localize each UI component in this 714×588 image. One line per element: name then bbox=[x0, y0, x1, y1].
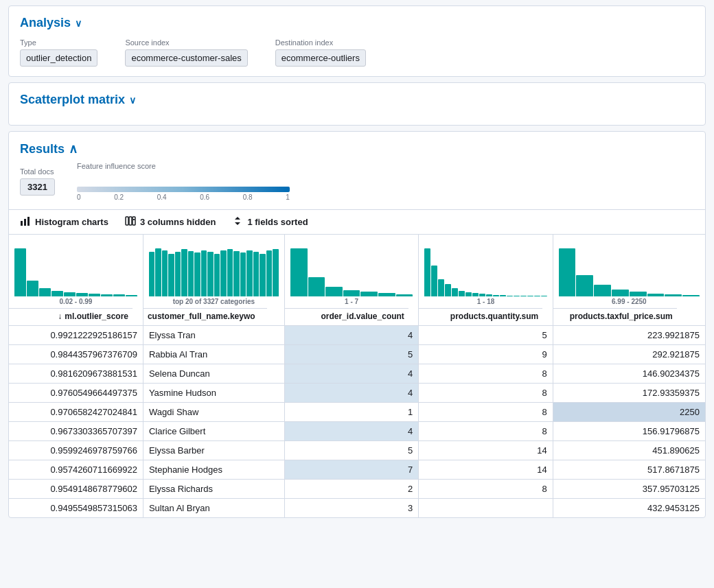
table-row: 0.9549148678779602Elyssa Richards28357.9… bbox=[9, 480, 705, 499]
destination-group: Destination index ecommerce-outliers bbox=[275, 38, 366, 67]
scatterplot-section: Scatterplot matrix ∨ bbox=[8, 82, 706, 126]
table-cell-0: 0.9816209673881531 bbox=[9, 364, 143, 384]
table-cell-1: Sultan Al Bryan bbox=[143, 499, 284, 518]
table-cell-4: 156.91796875 bbox=[553, 422, 705, 441]
table-cell-4: 146.90234375 bbox=[553, 364, 705, 384]
table-cell-3: 14 bbox=[419, 460, 553, 480]
feature-score-ticks: 0 0.2 0.4 0.6 0.8 1 bbox=[77, 193, 290, 201]
table-cell-2: 5 bbox=[284, 441, 418, 460]
table-cell-1: Stephanie Hodges bbox=[143, 460, 284, 480]
analysis-chevron[interactable]: ∨ bbox=[75, 18, 82, 29]
columns-hidden-button[interactable]: 3 columns hidden bbox=[125, 215, 216, 228]
table-cell-0: 0.9760549664497375 bbox=[9, 384, 143, 403]
table-cell-1: Elyssa Tran bbox=[143, 326, 284, 345]
col-header-quantity[interactable]: 1 - 18 products.quantity.sum bbox=[419, 235, 553, 326]
col-name-quantity: products.quantity.sum bbox=[419, 308, 542, 325]
table-cell-3: 8 bbox=[419, 364, 553, 384]
table-cell-2: 4 bbox=[284, 422, 418, 441]
table-cell-3: 8 bbox=[419, 384, 553, 403]
sort-icon bbox=[232, 215, 243, 228]
table-cell-0: 0.9673303365707397 bbox=[9, 422, 143, 441]
results-header[interactable]: Results ∧ bbox=[9, 132, 705, 162]
type-label: Type bbox=[20, 38, 97, 47]
table-cell-1: Elyssa Barber bbox=[143, 441, 284, 460]
col-range-price: 6.99 - 2250 bbox=[553, 296, 705, 308]
feature-score-bar: 0 0.2 0.4 0.6 0.8 1 bbox=[77, 173, 290, 201]
col-range-order: 1 - 7 bbox=[285, 296, 418, 308]
col-range-outlier: 0.02 - 0.99 bbox=[9, 296, 143, 308]
table-cell-1: Clarice Gilbert bbox=[143, 422, 284, 441]
col-name-price: products.taxful_price.sum bbox=[553, 308, 677, 325]
table-cell-4: 357.95703125 bbox=[553, 480, 705, 499]
results-title: Results bbox=[20, 142, 65, 156]
source-group: Source index ecommerce-customer-sales bbox=[125, 38, 247, 67]
table-cell-0: 0.9599246978759766 bbox=[9, 441, 143, 460]
table-cell-3: 5 bbox=[419, 326, 553, 345]
fields-sorted-label: 1 fields sorted bbox=[247, 217, 308, 227]
data-table: 0.02 - 0.99 ↓ml.outlier_score top 20 of … bbox=[9, 235, 705, 517]
table-body: 0.9921222925186157Elyssa Tran45223.99218… bbox=[9, 326, 705, 518]
col-range-quantity: 1 - 18 bbox=[419, 296, 552, 308]
total-docs-label: Total docs bbox=[20, 167, 55, 176]
feature-score-gradient bbox=[77, 187, 290, 192]
total-docs-group: Total docs 3321 bbox=[20, 167, 55, 196]
table-cell-1: Selena Duncan bbox=[143, 364, 284, 384]
svg-rect-0 bbox=[21, 221, 23, 226]
feature-score-label: Feature influence score bbox=[77, 162, 290, 170]
table-cell-3: 8 bbox=[419, 403, 553, 422]
table-row: 0.9599246978759766Elyssa Barber514451.89… bbox=[9, 441, 705, 460]
table-cell-1: Wagdi Shaw bbox=[143, 403, 284, 422]
svg-rect-2 bbox=[27, 217, 30, 226]
col-name-outlier: ↓ml.outlier_score bbox=[9, 308, 133, 325]
destination-label: Destination index bbox=[275, 38, 366, 47]
svg-rect-3 bbox=[126, 217, 128, 225]
table-row: 0.9673303365707397Clarice Gilbert48156.9… bbox=[9, 422, 705, 441]
analysis-section: Analysis ∨ Type outlier_detection Source… bbox=[8, 5, 706, 77]
table-cell-0: 0.9549148678779602 bbox=[9, 480, 143, 499]
col-header-customer-name[interactable]: top 20 of 3327 categories customer_full_… bbox=[143, 235, 284, 326]
table-cell-2: 4 bbox=[284, 326, 418, 345]
table-cell-2: 7 bbox=[284, 460, 418, 480]
table-cell-3: 9 bbox=[419, 345, 553, 364]
columns-hidden-label: 3 columns hidden bbox=[140, 217, 216, 227]
table-cell-0: 0.9844357967376709 bbox=[9, 345, 143, 364]
table-toolbar: Histogram charts 3 columns hidden 1 fiel… bbox=[9, 209, 705, 235]
col-header-order-count[interactable]: 1 - 7 order_id.value_count bbox=[284, 235, 418, 326]
source-label: Source index bbox=[125, 38, 247, 47]
table-cell-2: 2 bbox=[284, 480, 418, 499]
type-group: Type outlier_detection bbox=[20, 38, 97, 67]
fields-sorted-button[interactable]: 1 fields sorted bbox=[232, 215, 308, 228]
histogram-charts-button[interactable]: Histogram charts bbox=[20, 215, 108, 228]
scatterplot-chevron[interactable]: ∨ bbox=[129, 95, 136, 106]
table-cell-4: 432.9453125 bbox=[553, 499, 705, 518]
table-header-row: 0.02 - 0.99 ↓ml.outlier_score top 20 of … bbox=[9, 235, 705, 326]
destination-value: ecommerce-outliers bbox=[275, 49, 366, 67]
results-section: Results ∧ Total docs 3321 Feature influe… bbox=[8, 131, 706, 518]
histogram-icon bbox=[20, 215, 31, 228]
total-docs-value: 3321 bbox=[20, 178, 55, 196]
table-row: 0.9844357967376709Rabbia Al Tran59292.92… bbox=[9, 345, 705, 364]
col-header-outlier-score[interactable]: 0.02 - 0.99 ↓ml.outlier_score bbox=[9, 235, 143, 326]
data-table-wrapper: 0.02 - 0.99 ↓ml.outlier_score top 20 of … bbox=[9, 235, 705, 517]
table-row: 0.9760549664497375Yasmine Hudson48172.93… bbox=[9, 384, 705, 403]
table-cell-1: Yasmine Hudson bbox=[143, 384, 284, 403]
table-row: 0.9574260711669922Stephanie Hodges714517… bbox=[9, 460, 705, 480]
col-header-price[interactable]: 6.99 - 2250 products.taxful_price.sum bbox=[553, 235, 705, 326]
table-cell-2: 4 bbox=[284, 364, 418, 384]
table-cell-3: 8 bbox=[419, 480, 553, 499]
analysis-header[interactable]: Analysis ∨ bbox=[20, 16, 694, 30]
results-chevron[interactable]: ∧ bbox=[69, 141, 78, 156]
table-cell-3 bbox=[419, 499, 553, 518]
table-cell-4: 451.890625 bbox=[553, 441, 705, 460]
feature-score-group: Feature influence score 0 0.2 0.4 0.6 0.… bbox=[77, 162, 290, 201]
col-name-order: order_id.value_count bbox=[285, 308, 408, 325]
table-cell-0: 0.9495549857315063 bbox=[9, 499, 143, 518]
table-cell-4: 292.921875 bbox=[553, 345, 705, 364]
scatterplot-header[interactable]: Scatterplot matrix ∨ bbox=[20, 93, 694, 107]
table-cell-2: 3 bbox=[284, 499, 418, 518]
table-cell-3: 14 bbox=[419, 441, 553, 460]
table-row: 0.9495549857315063Sultan Al Bryan3432.94… bbox=[9, 499, 705, 518]
sort-down-icon: ↓ bbox=[58, 311, 62, 321]
svg-rect-5 bbox=[133, 217, 135, 225]
analysis-title: Analysis bbox=[20, 16, 71, 30]
